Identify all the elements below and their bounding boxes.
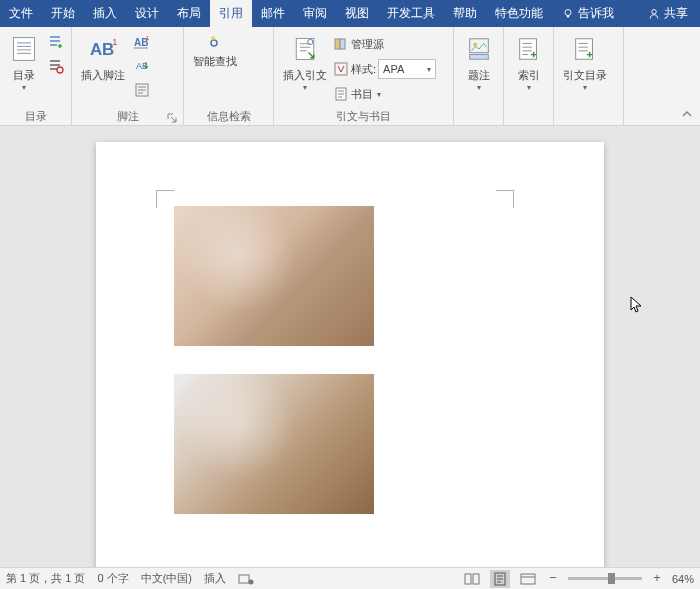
group-footnote: AB1 插入脚注 AB1 AB 脚注	[72, 27, 184, 125]
svg-rect-31	[473, 574, 479, 584]
toa-icon	[569, 33, 601, 65]
bibliography-button[interactable]: 书目 ▾	[333, 83, 436, 105]
image-1[interactable]	[174, 206, 374, 346]
toc-button[interactable]: 目录 ▾	[5, 31, 43, 94]
svg-point-15	[211, 40, 217, 46]
svg-rect-30	[465, 574, 471, 584]
tab-special[interactable]: 特色功能	[486, 0, 552, 27]
tab-help[interactable]: 帮助	[444, 0, 486, 27]
svg-point-0	[565, 9, 571, 15]
insert-footnote-label: 插入脚注	[81, 69, 125, 81]
zoom-level[interactable]: 64%	[672, 573, 694, 585]
print-layout-button[interactable]	[490, 570, 510, 588]
citation-style-row: 样式: APA ▾	[333, 58, 436, 80]
tab-mail[interactable]: 邮件	[252, 0, 294, 27]
manage-sources-label: 管理源	[351, 37, 384, 52]
index-icon	[513, 33, 545, 65]
chevron-down-icon: ▾	[303, 83, 307, 92]
share-label: 共享	[664, 5, 688, 22]
footnote-icon: AB1	[87, 33, 119, 65]
menu-tabs: 文件 开始 插入 设计 布局 引用 邮件 审阅 视图 开发工具 帮助 特色功能 …	[0, 0, 700, 27]
tab-view[interactable]: 视图	[336, 0, 378, 27]
tab-references[interactable]: 引用	[210, 0, 252, 27]
next-footnote-button[interactable]: AB	[131, 55, 153, 77]
tell-me-search[interactable]: 告诉我	[552, 0, 624, 27]
index-button[interactable]: 索引 ▾	[509, 31, 548, 94]
group-footnote-label: 脚注	[117, 109, 139, 124]
lightbulb-icon	[562, 8, 574, 20]
ribbon: 目录 ▾ 目录 AB1 插入脚注 AB1 AB 脚注	[0, 27, 700, 126]
macro-record-button[interactable]	[238, 572, 254, 586]
style-value: APA	[383, 63, 404, 75]
manage-sources-icon	[333, 36, 349, 52]
page[interactable]	[96, 142, 604, 567]
svg-rect-1	[567, 15, 569, 17]
zoom-slider[interactable]	[568, 577, 642, 580]
tab-layout[interactable]: 布局	[168, 0, 210, 27]
tab-design[interactable]: 设计	[126, 0, 168, 27]
svg-rect-21	[335, 63, 347, 75]
insert-mode[interactable]: 插入	[204, 571, 226, 586]
zoom-out-button[interactable]: −	[546, 572, 560, 586]
show-notes-button[interactable]	[131, 79, 153, 101]
group-research: 智能查找 信息检索	[184, 27, 274, 125]
style-icon	[333, 61, 349, 77]
citation-style-select[interactable]: APA ▾	[378, 59, 436, 79]
svg-text:1: 1	[146, 35, 150, 41]
smart-lookup-button[interactable]: 智能查找	[189, 31, 241, 69]
svg-point-29	[248, 579, 253, 584]
web-layout-button[interactable]	[518, 570, 538, 588]
svg-rect-20	[340, 39, 345, 49]
toa-label: 引文目录	[563, 69, 607, 81]
group-research-label: 信息检索	[207, 109, 251, 124]
insert-citation-icon	[289, 33, 321, 65]
add-text-button[interactable]	[45, 31, 67, 53]
chevron-down-icon: ▾	[22, 83, 26, 92]
share-button[interactable]: 共享	[636, 0, 700, 27]
bibliography-label: 书目	[351, 87, 373, 102]
svg-rect-17	[296, 39, 314, 60]
collapse-ribbon-button[interactable]	[680, 107, 694, 121]
insert-citation-label: 插入引文	[283, 69, 327, 81]
zoom-thumb[interactable]	[608, 573, 615, 584]
toa-button[interactable]: 引文目录 ▾	[559, 31, 611, 94]
group-toc-label: 目录	[25, 109, 47, 124]
tab-file[interactable]: 文件	[0, 0, 42, 27]
group-caption: 题注 ▾ .	[454, 27, 504, 125]
zoom-in-button[interactable]: +	[650, 572, 664, 586]
insert-footnote-button[interactable]: AB1 插入脚注	[77, 31, 129, 83]
document-area[interactable]	[0, 126, 700, 567]
margin-corner-tl	[156, 190, 174, 208]
update-toc-button[interactable]	[45, 55, 67, 77]
group-toa: 引文目录 ▾ .	[554, 27, 624, 125]
read-mode-button[interactable]	[462, 570, 482, 588]
insert-citation-button[interactable]: 插入引文 ▾	[279, 31, 331, 94]
caption-icon	[463, 33, 495, 65]
insert-endnote-button[interactable]: AB1	[131, 31, 153, 53]
cursor-icon	[630, 296, 644, 314]
status-bar: 第 1 页，共 1 页 0 个字 中文(中国) 插入 − + 64%	[0, 567, 700, 589]
tab-dev[interactable]: 开发工具	[378, 0, 444, 27]
tell-me-label: 告诉我	[578, 5, 614, 22]
page-indicator[interactable]: 第 1 页，共 1 页	[6, 571, 85, 586]
manage-sources-button[interactable]: 管理源	[333, 33, 436, 55]
chevron-down-icon: ▾	[377, 90, 381, 99]
word-count[interactable]: 0 个字	[97, 571, 128, 586]
svg-rect-25	[469, 55, 488, 60]
image-2[interactable]	[174, 374, 374, 514]
style-label: 样式:	[351, 62, 376, 77]
tab-review[interactable]: 审阅	[294, 0, 336, 27]
svg-rect-3	[14, 38, 35, 61]
tab-insert[interactable]: 插入	[84, 0, 126, 27]
group-citations: 插入引文 ▾ 管理源 样式: APA ▾ 书目	[274, 27, 454, 125]
bibliography-icon	[333, 86, 349, 102]
tab-home[interactable]: 开始	[42, 0, 84, 27]
toc-icon	[8, 33, 40, 65]
chevron-down-icon: ▾	[527, 83, 531, 92]
svg-rect-33	[521, 574, 535, 584]
caption-button[interactable]: 题注 ▾	[459, 31, 498, 94]
footnote-launcher[interactable]	[165, 111, 179, 125]
index-label: 索引	[518, 69, 540, 81]
language-indicator[interactable]: 中文(中国)	[141, 571, 192, 586]
person-icon	[648, 8, 660, 20]
